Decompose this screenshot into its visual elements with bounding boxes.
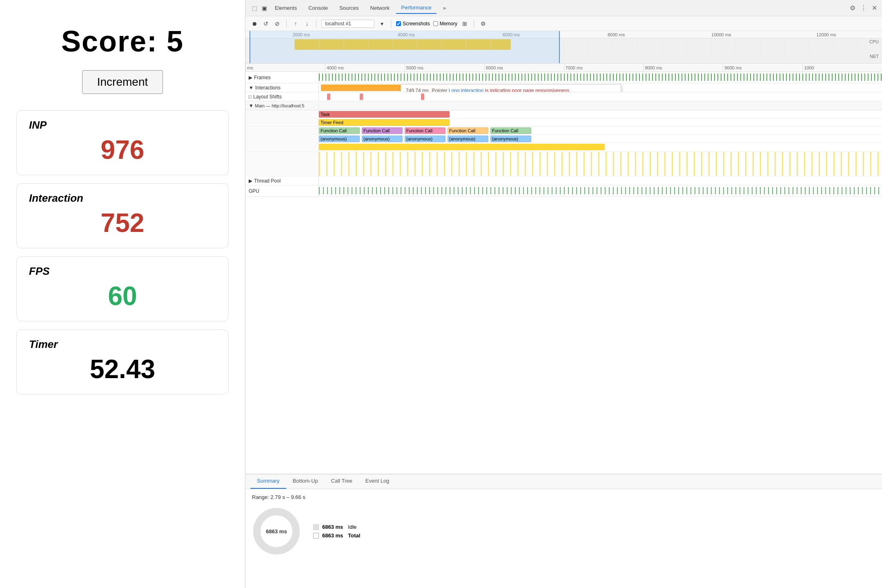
anon-label-3: (anonymous) xyxy=(406,136,432,141)
gpu-label: GPU xyxy=(249,188,259,194)
frames-bar xyxy=(319,74,882,81)
gpu-track-label: GPU xyxy=(245,185,319,196)
devtools-icon-mobile[interactable]: ▣ xyxy=(260,4,268,12)
timeline-overview[interactable]: 2000 ms 4000 ms 6000 ms 8000 ms 10000 ms… xyxy=(245,31,882,64)
flame-row-scatter xyxy=(245,152,882,176)
tab-bottom-up[interactable]: Bottom-Up xyxy=(286,474,325,489)
flame-content-anon: (anonymous) (anonymous) (anonymous) (ano… xyxy=(319,135,882,143)
donut-chart: 6863 ms xyxy=(252,507,301,556)
frames-track-label: ▶ Frames xyxy=(245,72,319,83)
record-icon[interactable]: ⏺ xyxy=(250,20,258,28)
donut-wrapper: 6863 ms 6863 ms Idle 6863 ms Total xyxy=(252,507,875,556)
toolbar-separator-2 xyxy=(316,20,316,28)
settings-icon[interactable]: ⚙ xyxy=(850,4,855,12)
frames-toggle-icon[interactable]: ▶ xyxy=(249,75,252,80)
target-url[interactable]: localhost #1 xyxy=(321,20,374,28)
tab-performance[interactable]: Performance xyxy=(396,2,436,14)
tooltip-warning-text: is indicating poor page responsiveness. xyxy=(485,88,571,92)
layout-shifts-track: □ Layout Shifts xyxy=(245,92,882,101)
anon-block-2[interactable]: (anonymous) xyxy=(362,136,403,142)
func-label-1: Function Call xyxy=(321,128,347,133)
anon-block-5[interactable]: (anonymous) xyxy=(490,136,531,142)
tab-console[interactable]: Console xyxy=(303,2,333,13)
tab-network[interactable]: Network xyxy=(365,2,395,13)
tab-elements[interactable]: Elements xyxy=(270,2,302,13)
flame-content-task: Task xyxy=(319,110,882,118)
tab-sources[interactable]: Sources xyxy=(334,2,364,13)
net-label: NET xyxy=(870,54,879,59)
screenshots-checkbox[interactable] xyxy=(396,21,401,26)
interactions-toggle-icon[interactable]: ▼ xyxy=(249,85,254,91)
devtools-icon-cursor[interactable]: ⬚ xyxy=(250,4,258,12)
close-icon[interactable]: ✕ xyxy=(872,4,877,12)
func-block-3[interactable]: Function Call xyxy=(405,127,445,134)
timer-label: Timer Fired xyxy=(321,120,343,125)
devtools-toolbar: ⏺ ↺ ⊘ ↑ ↓ localhost #1 ▾ Screenshots Mem… xyxy=(245,16,882,31)
tooltip-long-interaction-link[interactable]: Long interaction xyxy=(449,88,483,92)
anon-block-3[interactable]: (anonymous) xyxy=(405,136,445,142)
timeline-main: ms 4000 ms 5000 ms 6000 ms 7000 ms 8000 … xyxy=(245,64,882,474)
total-ms: 6863 ms xyxy=(322,532,343,539)
idle-swatch xyxy=(313,524,319,530)
layout-shifts-toggle-icon[interactable]: □ xyxy=(249,94,252,100)
screenshot-strip xyxy=(245,39,882,54)
screenshots-checkbox-group: Screenshots xyxy=(396,21,430,27)
inp-card: INP 976 xyxy=(16,110,229,175)
interactions-label: Interactions xyxy=(255,85,281,91)
flame-content-long-yellow xyxy=(319,143,882,151)
bottom-content-area: Range: 2.79 s – 9.66 s 6863 ms 6863 ms I… xyxy=(245,489,882,588)
tab-summary[interactable]: Summary xyxy=(250,474,286,489)
gpu-track: GPU xyxy=(245,185,882,197)
tab-more[interactable]: » xyxy=(438,2,451,13)
increment-button[interactable]: Increment xyxy=(82,70,163,94)
func-label-4: Function Call xyxy=(449,128,475,133)
flame-row-func: Function Call Function Call Function Cal… xyxy=(245,127,882,135)
legend-idle: 6863 ms Idle xyxy=(313,524,360,530)
toolbar-separator-4 xyxy=(474,20,474,28)
timer-block[interactable]: Timer Fired xyxy=(319,119,450,126)
reload-icon[interactable]: ↺ xyxy=(262,20,270,28)
tab-event-log[interactable]: Event Log xyxy=(359,474,396,489)
ruler-tick-4000: 4000 ms xyxy=(325,64,405,71)
frames-content xyxy=(319,72,882,83)
gpu-bar xyxy=(319,187,882,194)
upload-icon[interactable]: ↑ xyxy=(292,20,300,28)
download-icon[interactable]: ↓ xyxy=(303,20,311,28)
memory-checkbox[interactable] xyxy=(433,21,438,26)
ls-bar-1 xyxy=(327,94,330,100)
layout-shifts-label: □ Layout Shifts xyxy=(245,92,319,101)
donut-center-label: 6863 ms xyxy=(266,528,287,535)
func-block-5[interactable]: Function Call xyxy=(490,127,531,134)
ruler-tick-7000: 7000 ms xyxy=(564,64,644,71)
func-block-4[interactable]: Function Call xyxy=(448,127,488,134)
interactions-content[interactable]: 749.74 ms Pointer Long interaction is in… xyxy=(319,83,882,92)
fps-card: FPS 60 xyxy=(16,256,229,321)
clear-icon[interactable]: ⊘ xyxy=(273,20,281,28)
devtools-tabs-bar: ⬚ ▣ Elements Console Sources Network Per… xyxy=(245,0,882,16)
left-panel: Score: 5 Increment INP 976 Interaction 7… xyxy=(0,0,245,588)
func-block-1[interactable]: Function Call xyxy=(319,127,360,134)
idle-label: Idle xyxy=(348,524,356,530)
ls-bar-2 xyxy=(360,94,363,100)
flame-content-scatter xyxy=(319,152,882,176)
frames-label: Frames xyxy=(254,75,271,80)
more-icon[interactable]: ⋮ xyxy=(860,4,867,12)
func-block-2[interactable]: Function Call xyxy=(362,127,403,134)
flame-label-anon xyxy=(245,135,319,143)
main-toggle-icon[interactable]: ▼ xyxy=(249,103,254,109)
anon-block-1[interactable]: (anonymous) xyxy=(319,136,360,142)
anon-block-4[interactable]: (anonymous) xyxy=(448,136,488,142)
task-block[interactable]: Task xyxy=(319,111,450,118)
flame-label-task xyxy=(245,110,319,118)
perf-settings-icon[interactable]: ⚙ xyxy=(479,20,487,28)
interaction-label: Interaction xyxy=(29,192,216,205)
target-dropdown-icon[interactable]: ▾ xyxy=(378,20,386,28)
func-label-3: Function Call xyxy=(406,128,432,133)
thread-pool-toggle-icon[interactable]: ▶ xyxy=(249,178,252,184)
capture-icon[interactable]: ⊞ xyxy=(461,20,469,28)
anon-label-2: (anonymous) xyxy=(363,136,390,141)
toolbar-separator-1 xyxy=(286,20,287,28)
score-title: Score: 5 xyxy=(61,24,184,58)
ruler-tick-6000: 6000 ms xyxy=(484,64,564,71)
tab-call-tree[interactable]: Call Tree xyxy=(325,474,359,489)
